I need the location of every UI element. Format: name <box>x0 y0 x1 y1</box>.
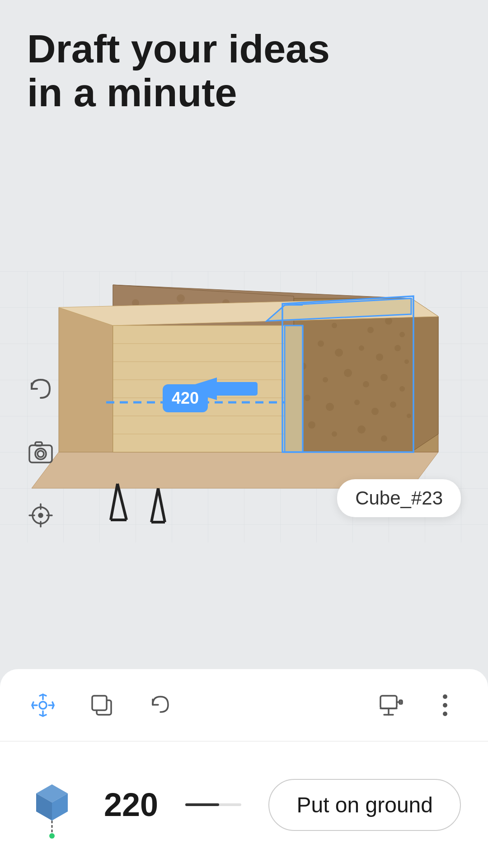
svg-point-19 <box>323 377 328 382</box>
toolbar-left <box>27 689 176 721</box>
svg-marker-5 <box>294 298 438 452</box>
svg-point-17 <box>404 359 409 364</box>
svg-point-26 <box>354 400 360 405</box>
action-row: 220 Put on ground <box>0 741 488 868</box>
bottom-panel: 220 Put on ground <box>0 669 488 868</box>
svg-point-86 <box>38 451 44 457</box>
svg-rect-87 <box>35 442 42 446</box>
svg-line-76 <box>117 484 127 520</box>
svg-point-21 <box>363 381 369 387</box>
more-button[interactable] <box>429 689 461 721</box>
duplicate-button[interactable] <box>86 689 117 721</box>
svg-point-13 <box>335 349 343 357</box>
svg-point-32 <box>357 425 366 434</box>
svg-point-29 <box>407 414 411 418</box>
cube-label-text: Cube_#23 <box>355 487 443 509</box>
svg-point-28 <box>390 401 396 408</box>
svg-rect-101 <box>380 696 397 708</box>
paint-button[interactable] <box>375 689 407 721</box>
furniture-container <box>23 127 474 533</box>
svg-marker-70 <box>285 326 303 452</box>
svg-point-15 <box>376 354 383 361</box>
undo-view-button[interactable] <box>23 371 59 407</box>
svg-point-89 <box>39 514 42 517</box>
svg-point-31 <box>332 431 337 437</box>
svg-point-108 <box>443 703 447 708</box>
svg-point-16 <box>394 345 401 351</box>
svg-rect-100 <box>92 696 107 710</box>
svg-point-11 <box>399 332 405 337</box>
svg-point-30 <box>308 421 315 429</box>
heading-title: Draft your ideas in a minute <box>27 27 330 115</box>
toolbar-right <box>375 689 461 721</box>
svg-point-94 <box>39 702 47 709</box>
svg-point-25 <box>326 403 334 411</box>
heading-line2: in a minute <box>27 70 237 115</box>
svg-point-114 <box>49 833 55 839</box>
toolbar-row <box>0 669 488 741</box>
svg-point-9 <box>367 327 374 333</box>
svg-line-78 <box>151 488 158 522</box>
svg-point-23 <box>399 386 405 392</box>
svg-point-107 <box>443 694 447 699</box>
svg-point-27 <box>371 408 379 415</box>
svg-point-37 <box>177 294 185 302</box>
svg-rect-83 <box>212 382 258 396</box>
target-button[interactable] <box>23 497 59 533</box>
svg-point-14 <box>359 345 364 351</box>
svg-point-24 <box>304 395 310 401</box>
svg-point-10 <box>385 317 392 325</box>
transform-button[interactable] <box>27 689 59 721</box>
height-bar-fill <box>185 803 219 806</box>
left-icons-panel <box>23 371 59 533</box>
measurement-badge: 420 <box>163 384 208 412</box>
svg-point-109 <box>443 712 447 716</box>
furniture-svg <box>23 127 474 533</box>
svg-point-22 <box>380 374 388 381</box>
object-icon <box>27 780 77 830</box>
svg-point-20 <box>344 369 352 377</box>
height-value: 220 <box>104 786 158 823</box>
svg-marker-2 <box>59 307 113 452</box>
svg-point-33 <box>381 435 387 442</box>
svg-line-75 <box>111 484 117 520</box>
undo-button[interactable] <box>145 689 176 721</box>
heading-line1: Draft your ideas <box>27 26 330 71</box>
put-on-ground-button[interactable]: Put on ground <box>268 779 461 831</box>
svg-point-7 <box>332 323 337 328</box>
camera-button[interactable] <box>23 434 59 470</box>
height-slider[interactable] <box>185 803 241 806</box>
measurement-value: 420 <box>172 389 199 407</box>
cube-icon-svg <box>27 780 77 839</box>
heading-area: Draft your ideas in a minute <box>27 27 330 115</box>
svg-point-12 <box>318 340 324 347</box>
object-label: Cube_#23 <box>337 479 461 517</box>
svg-line-79 <box>158 488 165 522</box>
